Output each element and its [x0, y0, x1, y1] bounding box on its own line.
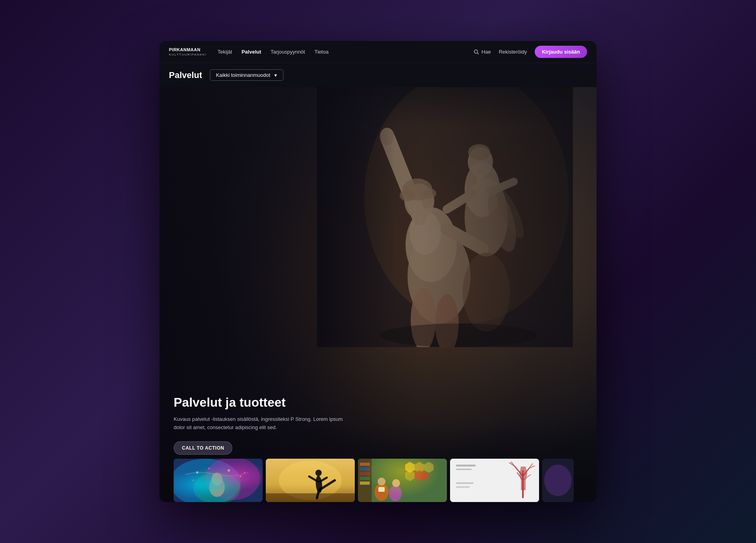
svg-point-36 [208, 468, 210, 469]
svg-marker-55 [424, 462, 434, 473]
svg-rect-52 [358, 459, 447, 502]
browser-window: PIRKANMAAN KULTTUURIPANKKI Tekijät Palve… [159, 41, 597, 502]
svg-rect-62 [360, 472, 370, 475]
search-label: Hae [482, 49, 491, 55]
svg-point-68 [392, 479, 400, 487]
login-button[interactable]: Kirjaudu sisään [535, 46, 587, 58]
thumb-4-art [450, 459, 539, 502]
svg-marker-56 [405, 470, 415, 481]
thumb-5-art [542, 459, 574, 502]
svg-marker-57 [415, 470, 424, 481]
page-title: Palvelut [169, 70, 202, 80]
page-header: Palvelut Kaikki toiminnanmuodot ▼ [159, 63, 597, 87]
svg-rect-83 [456, 486, 470, 488]
thumb-3-art [358, 459, 447, 502]
svg-point-38 [240, 476, 241, 477]
svg-point-65 [374, 483, 389, 501]
svg-rect-31 [174, 459, 263, 502]
nav-link-palvelut[interactable]: Palvelut [241, 49, 261, 55]
svg-point-66 [378, 478, 385, 485]
svg-rect-81 [456, 469, 472, 470]
hero-section: Palvelut ja tuotteet Kuvaus palvelut -li… [159, 87, 597, 502]
thumbnail-1[interactable] [174, 459, 263, 502]
thumbnail-5[interactable] [542, 459, 574, 502]
svg-point-33 [205, 459, 260, 500]
logo-sub: KULTTUURIPANKKI [169, 53, 207, 56]
hero-description: Kuvaus palvelut -listauksen sisällöstä, … [174, 415, 347, 432]
thumb-2-art [266, 459, 355, 502]
svg-rect-63 [360, 477, 370, 480]
logo[interactable]: PIRKANMAAN KULTTUURIPANKKI [169, 47, 207, 56]
chevron-down-icon: ▼ [273, 73, 278, 78]
svg-point-47 [315, 470, 322, 476]
svg-marker-54 [415, 462, 424, 473]
register-link[interactable]: Rekisteröidy [499, 49, 527, 55]
svg-point-40 [244, 472, 245, 473]
cta-button[interactable]: CALL TO ACTION [174, 441, 232, 455]
thumbnail-2[interactable] [266, 459, 355, 502]
svg-rect-60 [360, 463, 370, 466]
svg-rect-69 [378, 487, 385, 492]
nav-link-tietoa[interactable]: Tietoa [315, 49, 329, 55]
svg-rect-82 [456, 482, 474, 484]
svg-point-35 [196, 471, 198, 474]
svg-point-42 [211, 473, 222, 485]
hero-title: Palvelut ja tuotteet [174, 395, 347, 410]
svg-line-1 [477, 53, 478, 54]
thumbnails-row [159, 459, 597, 502]
thumb-1-art [174, 459, 263, 502]
logo-main: PIRKANMAAN [169, 47, 207, 52]
dropdown-label: Kaikki toiminnanmuodot [216, 72, 270, 78]
nav-link-tarjouspyynnot[interactable]: Tarjouspyynnöt [271, 49, 305, 55]
navbar: PIRKANMAAN KULTTUURIPANKKI Tekijät Palve… [159, 41, 597, 63]
svg-rect-64 [360, 482, 370, 485]
nav-links: Tekijät Palvelut Tarjouspyynnöt Tietoa [218, 49, 474, 55]
svg-point-32 [174, 459, 241, 502]
search-icon [474, 49, 479, 55]
svg-point-34 [193, 472, 241, 502]
svg-point-58 [422, 472, 428, 479]
svg-rect-45 [266, 493, 355, 502]
nav-link-tekijat[interactable]: Tekijät [218, 49, 232, 55]
thumbnail-4[interactable] [450, 459, 539, 502]
svg-point-85 [544, 465, 572, 496]
svg-rect-59 [358, 459, 372, 502]
svg-point-41 [209, 477, 225, 497]
search-button[interactable]: Hae [474, 49, 491, 55]
svg-rect-61 [360, 467, 370, 470]
thumbnail-3[interactable] [358, 459, 447, 502]
nav-right: Hae Rekisteröidy Kirjaudu sisään [474, 46, 587, 58]
svg-point-39 [193, 480, 194, 481]
svg-point-67 [389, 485, 402, 501]
svg-rect-80 [456, 465, 476, 467]
filter-dropdown[interactable]: Kaikki toiminnanmuodot ▼ [210, 69, 284, 81]
svg-point-37 [228, 469, 230, 472]
hero-content: Palvelut ja tuotteet Kuvaus palvelut -li… [174, 395, 347, 455]
svg-marker-53 [405, 462, 415, 473]
